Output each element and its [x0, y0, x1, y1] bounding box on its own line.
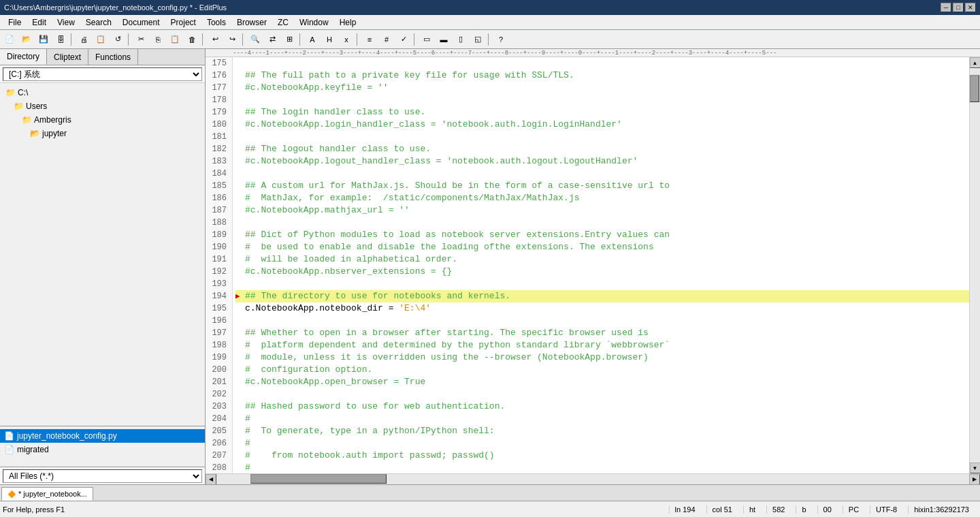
line-arrow — [235, 327, 245, 339]
code-line — [235, 131, 969, 143]
file-tab-config[interactable]: 🔶 * jupyter_notebook... — [1, 487, 93, 501]
toolbar-sel[interactable]: ≡ — [361, 32, 378, 47]
toolbar-cut[interactable]: ✂ — [133, 32, 149, 47]
menu-edit[interactable]: Edit — [27, 15, 52, 29]
line-arrow: ▶ — [235, 290, 245, 302]
tab-directory[interactable]: Directory — [0, 49, 47, 65]
toolbar-print[interactable]: 🖨 — [76, 32, 92, 47]
tab-cliptext[interactable]: Cliptext — [47, 49, 88, 65]
file-item-migrated[interactable]: 📄 migrated — [0, 443, 205, 456]
tree-item-users[interactable]: 📁 Users — [0, 99, 205, 113]
maximize-button[interactable]: □ — [953, 3, 964, 12]
line-text: # — [245, 413, 250, 424]
toolbar-copy[interactable]: ⎘ — [150, 32, 166, 47]
file-label-migrated: migrated — [17, 445, 49, 454]
line-arrow — [235, 376, 245, 388]
toolbar-reload[interactable]: ↺ — [110, 32, 126, 47]
toolbar-check[interactable]: ✓ — [395, 32, 412, 47]
code-line: ## The login handler class to use. — [235, 106, 969, 119]
close-button[interactable]: ✕ — [965, 3, 976, 12]
line-text: # platform dependent and determined by t… — [245, 340, 670, 350]
menu-project[interactable]: Project — [165, 15, 201, 29]
line-arrow — [235, 69, 245, 82]
sep7 — [414, 33, 416, 46]
scroll-up-btn[interactable]: ▲ — [970, 57, 981, 68]
line-text: ## Dict of Python modules to load as not… — [245, 230, 670, 240]
toolbar-replace[interactable]: ⇄ — [264, 32, 280, 47]
code-line — [235, 388, 969, 401]
toolbar-search[interactable]: 🔍 — [247, 32, 263, 47]
toolbar-save[interactable]: 💾 — [35, 32, 52, 47]
tree-label-jupyter: jupyter — [42, 129, 67, 138]
line-arrow — [235, 106, 245, 119]
menu-help[interactable]: Help — [334, 15, 362, 29]
tree-item-ambergris[interactable]: 📁 Ambergris — [0, 113, 205, 127]
scroll-left-btn[interactable]: ◀ — [206, 474, 216, 485]
menu-file[interactable]: File — [3, 15, 27, 29]
folder-icon-users: 📁 — [14, 101, 24, 111]
line-arrow — [235, 450, 245, 462]
tab-functions[interactable]: Functions — [88, 49, 138, 65]
tab-icon: 🔶 — [7, 490, 16, 498]
code-line — [235, 57, 969, 69]
horizontal-scrollbar[interactable]: ◀ ▶ — [206, 473, 980, 484]
minimize-button[interactable]: ─ — [941, 3, 951, 12]
menu-tools[interactable]: Tools — [201, 15, 231, 29]
menu-browser[interactable]: Browser — [231, 15, 272, 29]
menu-bar: File Edit View Search Document Project T… — [0, 15, 980, 30]
line-text: # To generate, type in a python/IPython … — [245, 426, 495, 436]
toolbar-sq2[interactable]: ▬ — [436, 32, 452, 47]
code-content[interactable]: ## The full path to a private key file f… — [233, 57, 969, 473]
vertical-scrollbar[interactable]: ▲ ▼ — [969, 57, 980, 473]
line-arrow — [235, 119, 245, 131]
h-scroll-track[interactable] — [216, 474, 969, 484]
scroll-right-btn[interactable]: ▶ — [969, 474, 980, 485]
toolbar-del[interactable]: 🗑 — [184, 32, 200, 47]
tree-item-c[interactable]: 📁 C:\ — [0, 86, 205, 99]
status-bar: For Help, press F1 ln 194 col 51 ht 582 … — [0, 501, 980, 517]
code-container: 1751761771781791801811821831841851861871… — [206, 57, 969, 473]
tree-item-jupyter[interactable]: 📂 jupyter — [0, 127, 205, 140]
folder-icon-jupyter: 📂 — [30, 129, 40, 138]
menu-document[interactable]: Document — [117, 15, 165, 29]
toolbar-new[interactable]: 📄 — [1, 32, 18, 47]
toolbar-sq4[interactable]: ◱ — [470, 32, 486, 47]
folder-icon-c: 📁 — [5, 88, 16, 97]
menu-search[interactable]: Search — [80, 15, 117, 29]
toolbar-help[interactable]: ? — [493, 32, 509, 47]
toolbar-sq3[interactable]: ▯ — [453, 32, 469, 47]
line-text: # — [245, 463, 250, 473]
file-filter-dropdown[interactable]: All Files (*.*) — [3, 469, 202, 483]
h-scroll-thumb[interactable] — [250, 474, 387, 484]
toolbar-redo[interactable]: ↪ — [224, 32, 240, 47]
file-item-config[interactable]: 📄 jupyter_notebook_config.py — [0, 429, 205, 443]
code-line: #c.NotebookApp.open_browser = True — [235, 376, 969, 388]
toolbar-x[interactable]: x — [338, 32, 355, 47]
sep3 — [202, 33, 205, 46]
toolbar-undo[interactable]: ↩ — [207, 32, 223, 47]
toolbar-h[interactable]: H — [321, 32, 338, 47]
drive-dropdown[interactable]: [C:] 系统 — [3, 67, 202, 81]
toolbar-print2[interactable]: 📋 — [93, 32, 109, 47]
scroll-thumb[interactable] — [970, 75, 979, 102]
toolbar-open[interactable]: 📂 — [18, 32, 35, 47]
toolbar-save-all[interactable]: 🗄 — [52, 32, 69, 47]
scroll-track[interactable] — [970, 68, 980, 463]
status-pc: PC — [843, 505, 864, 514]
menu-window[interactable]: Window — [294, 15, 334, 29]
toolbar-sq1[interactable]: ▭ — [419, 32, 435, 47]
toolbar-paste[interactable]: 📋 — [167, 32, 183, 47]
menu-view[interactable]: View — [52, 15, 80, 29]
toolbar-hash[interactable]: # — [378, 32, 395, 47]
toolbar: 📄 📂 💾 🗄 🖨 📋 ↺ ✂ ⎘ 📋 🗑 ↩ ↪ 🔍 ⇄ ⊞ A H x ≡ … — [0, 30, 980, 49]
ruler: ----4----1----+----2----+----3----+----4… — [206, 49, 980, 57]
line-arrow — [235, 425, 245, 437]
sidebar-bottom: All Files (*.*) — [0, 467, 205, 484]
code-line: # To generate, type in a python/IPython … — [235, 425, 969, 437]
line-text: ## The directory to use for notebooks an… — [245, 291, 510, 301]
toolbar-search2[interactable]: ⊞ — [281, 32, 297, 47]
code-line: #c.NotebookApp.nbserver_extensions = {} — [235, 266, 969, 278]
menu-zc[interactable]: ZC — [272, 15, 294, 29]
toolbar-font[interactable]: A — [304, 32, 321, 47]
scroll-down-btn[interactable]: ▼ — [970, 463, 981, 473]
